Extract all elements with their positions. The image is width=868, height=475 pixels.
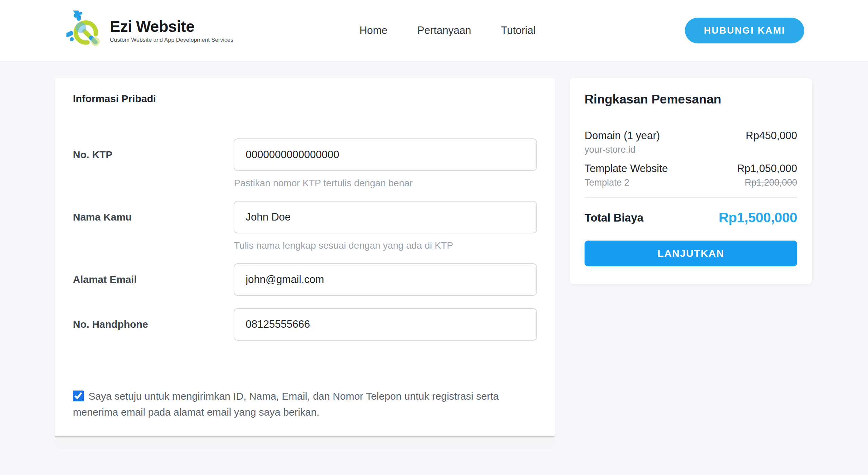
field-name: Nama Kamu Tulis nama lengkap sesuai deng… xyxy=(73,201,537,251)
nav-item-home[interactable]: Home xyxy=(359,24,388,37)
brand-tagline: Custom Website and App Development Servi… xyxy=(110,37,233,43)
consent-checkbox[interactable] xyxy=(73,391,84,401)
consent-section: Saya setuju untuk mengirimkan ID, Nama, … xyxy=(73,388,537,420)
total-label: Total Biaya xyxy=(585,211,644,224)
nav-item-pertanyaan[interactable]: Pertanyaan xyxy=(417,24,471,37)
brand-logo[interactable]: Ezi Website Custom Website and App Devel… xyxy=(66,11,233,51)
header: Ezi Website Custom Website and App Devel… xyxy=(0,0,868,61)
nav-item-tutorial[interactable]: Tutorial xyxy=(501,24,535,37)
continue-button[interactable]: LANJUTKAN xyxy=(585,241,797,266)
total-row: Total Biaya Rp1,500,000 xyxy=(585,210,797,226)
name-input[interactable] xyxy=(234,201,537,233)
main-nav: Home Pertanyaan Tutorial xyxy=(359,24,535,37)
item-name: Template Website xyxy=(585,163,668,175)
order-summary-card: Ringkasan Pemesanan Domain (1 year) Rp45… xyxy=(570,78,812,284)
email-input[interactable] xyxy=(234,263,537,296)
phone-label: No. Handphone xyxy=(73,319,234,330)
item-name: Domain (1 year) xyxy=(585,130,660,142)
ezi-logo-icon xyxy=(66,11,106,51)
summary-item-domain: Domain (1 year) Rp450,000 your-store.id xyxy=(585,130,797,155)
item-original-price: Rp1,200,000 xyxy=(745,177,797,188)
item-detail: Template 2 xyxy=(585,177,629,188)
field-email: Alamat Email xyxy=(73,263,537,296)
phone-input[interactable] xyxy=(234,308,537,341)
item-detail: your-store.id xyxy=(585,145,635,155)
main-content: Informasi Pribadi No. KTP Pastikan nomor… xyxy=(0,61,868,447)
contact-us-button[interactable]: HUBUNGI KAMI xyxy=(685,18,804,43)
item-price: Rp450,000 xyxy=(746,130,797,142)
field-phone: No. Handphone xyxy=(73,308,537,341)
item-price: Rp1,050,000 xyxy=(737,163,797,175)
consent-text: Saya setuju untuk mengirimkan ID, Nama, … xyxy=(73,391,499,418)
form-card-footer xyxy=(55,436,555,447)
ktp-label: No. KTP xyxy=(73,149,234,160)
total-value: Rp1,500,000 xyxy=(718,210,797,226)
field-ktp: No. KTP Pastikan nomor KTP tertulis deng… xyxy=(73,138,537,189)
personal-info-card: Informasi Pribadi No. KTP Pastikan nomor… xyxy=(55,78,555,447)
order-summary-title: Ringkasan Pemesanan xyxy=(585,92,797,107)
ktp-helper-text: Pastikan nomor KTP tertulis dengan benar xyxy=(234,178,413,188)
name-label: Nama Kamu xyxy=(73,211,234,223)
summary-item-template: Template Website Rp1,050,000 Template 2 … xyxy=(585,163,797,188)
email-label: Alamat Email xyxy=(73,274,234,285)
form-title: Informasi Pribadi xyxy=(73,93,537,104)
summary-divider xyxy=(585,197,797,197)
ktp-input[interactable] xyxy=(234,138,537,171)
brand-name: Ezi Website xyxy=(110,18,233,35)
name-helper-text: Tulis nama lengkap sesuai dengan yang ad… xyxy=(234,240,453,251)
